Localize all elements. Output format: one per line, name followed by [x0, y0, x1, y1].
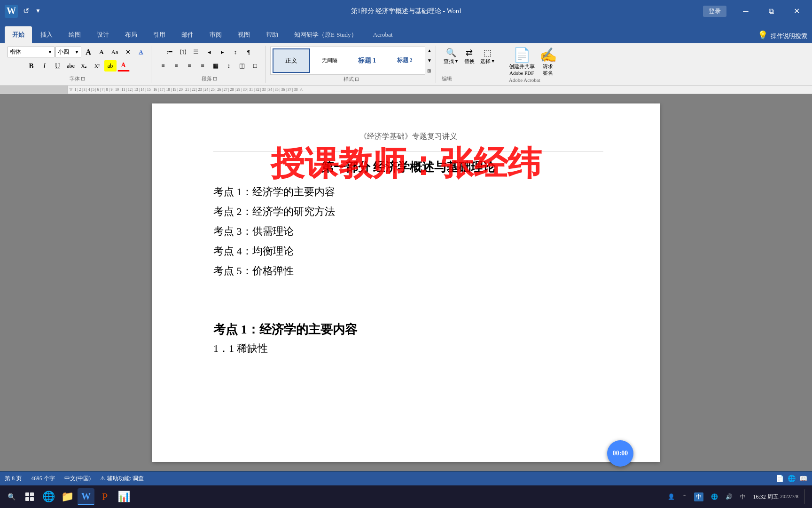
superscript-button[interactable]: X²: [91, 60, 103, 71]
bold-button[interactable]: B: [25, 60, 38, 71]
tray-notifications[interactable]: ⌃: [680, 493, 688, 501]
tab-acrobat[interactable]: Acrobat: [366, 26, 400, 43]
timer-bubble[interactable]: 00:00: [607, 440, 633, 467]
para-dialog-launcher[interactable]: ⊡: [213, 76, 217, 82]
tab-review[interactable]: 审阅: [202, 26, 229, 43]
style-scroll-up[interactable]: ▲: [427, 48, 432, 53]
font-color-button[interactable]: A: [117, 60, 130, 71]
select-dropdown-arrow: ▼: [491, 59, 495, 64]
strikethrough-button[interactable]: abc: [65, 60, 77, 71]
style-scroll-down[interactable]: ▼: [427, 58, 432, 63]
tab-insert[interactable]: 插入: [33, 26, 60, 43]
taskbar: 🔍 🌐 📁 W P 📊 👤 ⌃ 中 🌐 🔊 中 16:32 周五: [0, 485, 812, 508]
section1-sub: 1．1 稀缺性: [213, 341, 603, 356]
tray-volume[interactable]: 🔊: [724, 492, 734, 501]
indent-decrease-button[interactable]: ◂: [203, 47, 215, 58]
taskbar-search[interactable]: 🔍: [4, 487, 19, 506]
borders-button[interactable]: □: [249, 60, 261, 71]
tab-view[interactable]: 视图: [230, 26, 258, 43]
chapter-heading: 第一部分 经济学概述与基础理论: [213, 159, 603, 175]
text-effects-button[interactable]: A: [135, 47, 147, 58]
undo-icon[interactable]: ↺: [22, 7, 30, 16]
svg-rect-1: [30, 492, 34, 496]
document-page: 授课教师：张经纬 《经济学基础》专题复习讲义 第一部分 经济学概述与基础理论 考…: [152, 103, 660, 462]
align-center-button[interactable]: ≡: [170, 60, 182, 71]
subscript-button[interactable]: X₂: [78, 60, 90, 71]
adobe-create-button[interactable]: 📄 创建并共享Adobe PDF: [509, 47, 535, 77]
taskbar-taskview[interactable]: [21, 488, 38, 505]
align-right-button[interactable]: ≡: [183, 60, 195, 71]
view-read-mode[interactable]: 📖: [799, 475, 807, 483]
tray-ime2[interactable]: 中: [738, 492, 748, 502]
font-dialog-launcher[interactable]: ⊡: [81, 76, 85, 82]
style-normal[interactable]: 正文: [273, 48, 310, 73]
font-group-label: 字体 ⊡: [70, 75, 85, 82]
search-hint[interactable]: 操作说明搜索: [769, 32, 807, 43]
numbering-button[interactable]: ⑴: [177, 47, 189, 58]
tray-show-desktop[interactable]: [804, 489, 808, 504]
restore-button[interactable]: ⧉: [760, 0, 782, 22]
underline-button[interactable]: U: [52, 60, 64, 71]
view-print-layout[interactable]: 📄: [776, 475, 784, 483]
toolbar: 楷体 ▼ 小四 ▼ A A Aa ✕ A B I U abc X₂ X² ab …: [0, 43, 812, 86]
clear-format-button[interactable]: ✕: [122, 47, 134, 58]
tray-people[interactable]: 👤: [666, 492, 677, 501]
tray-ime[interactable]: 中: [692, 492, 705, 502]
sort-button[interactable]: ↕: [229, 47, 242, 58]
indent-increase-button[interactable]: ▸: [216, 47, 228, 58]
help-icon[interactable]: 💡: [757, 30, 768, 43]
show-marks-button[interactable]: ¶: [242, 47, 255, 58]
tab-layout[interactable]: 布局: [117, 26, 145, 43]
columns-button[interactable]: ▦: [210, 60, 222, 71]
taskbar-app[interactable]: 📊: [115, 488, 132, 505]
taskbar-powerpoint[interactable]: P: [96, 488, 113, 505]
style-expand[interactable]: ⊞: [427, 68, 432, 73]
find-button[interactable]: 🔍 查找 ▼: [442, 47, 461, 66]
view-web-layout[interactable]: 🌐: [788, 475, 796, 483]
tab-cnki[interactable]: 知网研学（原E-Study）: [287, 26, 365, 43]
align-left-button[interactable]: ≡: [157, 60, 169, 71]
tray-network[interactable]: 🌐: [709, 492, 720, 501]
ruler-marks: ▽ |1 | 2 | 3 | 4 | 5 | 6 | 7 | 8 | 9 | 1…: [68, 87, 303, 92]
decrease-font-button[interactable]: A: [95, 47, 108, 58]
style-heading2[interactable]: 标题 2: [386, 48, 423, 73]
style-dialog-launcher[interactable]: ⊡: [355, 76, 359, 82]
item-3: 考点 3：供需理论: [213, 224, 603, 238]
adobe-sign-button[interactable]: ✍️ 请求签名: [539, 47, 557, 77]
replace-button[interactable]: ⇄ 替换: [462, 47, 476, 66]
taskbar-word[interactable]: W: [78, 488, 94, 505]
shading-button[interactable]: ◫: [236, 60, 248, 71]
justify-button[interactable]: ≡: [196, 60, 209, 71]
tab-references[interactable]: 引用: [146, 26, 173, 43]
multilevel-button[interactable]: ☰: [190, 47, 202, 58]
select-button[interactable]: ⬚ 选择 ▼: [478, 47, 497, 66]
tray-clock[interactable]: 16:32 周五 2022/7/8: [751, 492, 800, 502]
style-no-spacing[interactable]: 无间隔: [311, 48, 348, 73]
tab-draw[interactable]: 绘图: [61, 26, 88, 43]
para-group-label: 段落 ⊡: [202, 75, 217, 82]
taskbar-explorer[interactable]: 📁: [59, 488, 76, 505]
increase-font-button[interactable]: A: [82, 47, 94, 58]
item-2: 考点 2：经济学的研究方法: [213, 205, 603, 219]
highlight-button[interactable]: ab: [104, 60, 117, 71]
login-button[interactable]: 登录: [703, 6, 726, 17]
quick-access-dropdown[interactable]: ▼: [34, 7, 42, 16]
font-size-arrow: ▼: [75, 50, 79, 55]
accessibility-info[interactable]: ⚠ 辅助功能: 调查: [100, 475, 144, 483]
font-name-selector[interactable]: 楷体 ▼: [8, 47, 55, 57]
tab-home[interactable]: 开始: [5, 26, 32, 43]
style-gallery: 正文 无间隔 标题 1 标题 2: [270, 47, 425, 75]
font-size-selector[interactable]: 小四 ▼: [55, 47, 81, 57]
taskbar-edge[interactable]: 🌐: [40, 488, 57, 505]
italic-button[interactable]: I: [39, 60, 51, 71]
minimize-button[interactable]: ─: [735, 0, 757, 22]
tab-mailings[interactable]: 邮件: [174, 26, 201, 43]
close-button[interactable]: ✕: [786, 0, 807, 22]
change-case-button[interactable]: Aa: [109, 47, 121, 58]
style-heading1[interactable]: 标题 1: [349, 48, 385, 73]
status-bar: 第 8 页 4695 个字 中文(中国) ⚠ 辅助功能: 调查 📄 🌐 📖: [0, 471, 812, 485]
bullets-button[interactable]: ≔: [164, 47, 176, 58]
tab-design[interactable]: 设计: [89, 26, 117, 43]
line-spacing-button[interactable]: ↕: [223, 60, 235, 71]
tab-help[interactable]: 帮助: [258, 26, 286, 43]
